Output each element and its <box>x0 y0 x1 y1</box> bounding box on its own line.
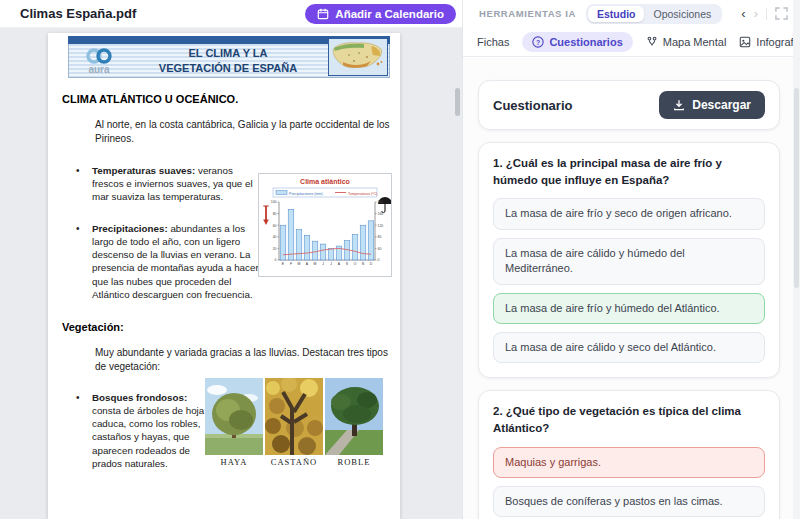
app-window: Climas España.pdf Añadir a Calendario <box>0 0 800 519</box>
svg-text:100: 100 <box>271 200 277 204</box>
pdf-vegetation-intro: Muy abundante y variada gracias a las ll… <box>95 346 397 374</box>
question-card: 1. ¿Cuál es la principal masa de aire fr… <box>478 142 780 378</box>
bullet-text: abundantes a los largo de todo el año, c… <box>92 223 259 300</box>
question-title: 2. ¿Qué tipo de vegetación es típica del… <box>493 403 765 436</box>
svg-text:M: M <box>314 262 317 266</box>
answer-option-default[interactable]: Bosques de coníferas y pastos en las cim… <box>493 486 765 517</box>
pdf-bullet-temperaturas: • Temperaturas suaves: veranos frescos e… <box>92 164 260 203</box>
panel-scrollbar-thumb[interactable] <box>794 88 799 288</box>
answer-option-default[interactable]: La masa de aire cálido y húmedo del Medi… <box>493 238 765 285</box>
svg-text:O: O <box>354 262 357 266</box>
tools-header-row: HERRAMIENTAS IA Estudio Oposiciones ‹ › <box>463 0 800 27</box>
tab-infografia[interactable]: Infografía <box>739 36 800 48</box>
svg-text:D: D <box>370 262 373 266</box>
haya-caption: HAYA <box>205 457 263 467</box>
calendar-icon <box>317 8 329 20</box>
banner-title: EL CLIMA Y LA VEGETACIÓN DE ESPAÑA <box>133 46 323 75</box>
svg-text:40: 40 <box>273 235 277 239</box>
question-title: 1. ¿Cuál es la principal masa de aire fr… <box>493 155 765 188</box>
pdf-scrollbar-thumb[interactable] <box>455 88 460 116</box>
banner-title-line1: EL CLIMA Y LA <box>133 46 323 60</box>
pdf-viewer-pane: Climas España.pdf Añadir a Calendario <box>0 0 462 519</box>
legend-temperaturas: Temperaturas (ºC) <box>348 192 377 196</box>
legend-precipitaciones: Precipitaciones (mm) <box>289 192 323 196</box>
svg-text:80: 80 <box>378 235 382 239</box>
bullet-label: Temperaturas suaves: <box>92 165 195 176</box>
climograph-chart: Clima atlánticoPrecipitaciones (mm)Tempe… <box>258 173 392 277</box>
pdf-section-heading: CLIMA ATLÁNTICO U OCEÁNICO. <box>62 93 238 105</box>
fullscreen-icon[interactable] <box>775 7 788 20</box>
svg-text:20: 20 <box>273 247 277 251</box>
download-button[interactable]: Descargar <box>659 91 765 119</box>
precipitation-bar <box>320 244 326 260</box>
answer-option-default[interactable]: La masa de aire frío y seco de origen af… <box>493 198 765 229</box>
aura-logo: aura <box>69 46 133 76</box>
tab-cuestionarios[interactable]: ? Cuestionarios <box>522 32 632 52</box>
download-label: Descargar <box>692 98 751 112</box>
svg-text:80: 80 <box>273 212 277 216</box>
image-icon <box>739 36 751 48</box>
climograph-svg: Clima atlánticoPrecipitaciones (mm)Tempe… <box>259 174 391 276</box>
svg-text:E: E <box>282 262 285 266</box>
bullet-label: Bosques frondosos: <box>92 392 187 403</box>
forward-icon[interactable]: › <box>754 7 758 20</box>
tree-photos <box>205 378 383 457</box>
answer-option-correct[interactable]: La masa de aire frío y húmedo del Atlánt… <box>493 293 765 324</box>
pdf-bullet-precipitaciones: • Precipitaciones: abundantes a los larg… <box>92 222 260 301</box>
add-to-calendar-label: Añadir a Calendario <box>335 8 444 20</box>
haya-photo <box>205 378 263 457</box>
download-icon <box>673 99 685 111</box>
svg-text:0: 0 <box>275 258 277 262</box>
spain-map-image <box>328 38 388 76</box>
ai-tools-pane: HERRAMIENTAS IA Estudio Oposiciones ‹ › … <box>462 0 800 519</box>
mode-estudio[interactable]: Estudio <box>588 6 645 22</box>
tab-label: Mapa Mental <box>663 36 727 48</box>
svg-text:F: F <box>290 262 292 266</box>
svg-text:S: S <box>346 262 349 266</box>
add-to-calendar-button[interactable]: Añadir a Calendario <box>305 4 456 24</box>
svg-text:A: A <box>306 262 309 266</box>
svg-text:J: J <box>322 262 324 266</box>
answer-option-incorrect[interactable]: Maquias y garrigas. <box>493 447 765 478</box>
svg-text:0: 0 <box>378 258 380 262</box>
mode-toggle: Estudio Oposiciones <box>586 4 722 24</box>
svg-text:M: M <box>298 262 301 266</box>
bullet-label: Precipitaciones: <box>92 223 168 234</box>
bullet-text: consta de árboles de hoja caduca, como l… <box>92 405 204 469</box>
document-title: Climas España.pdf <box>20 6 136 21</box>
mode-oposiciones[interactable]: Oposiciones <box>644 6 720 22</box>
bullet-dot: • <box>76 164 80 177</box>
banner-title-line2: VEGETACIÓN DE ESPAÑA <box>133 61 323 75</box>
pdf-bullet-bosques: • Bosques frondosos: consta de árboles d… <box>92 391 206 470</box>
thermometer-icon <box>263 206 269 225</box>
precipitation-bar <box>360 225 366 260</box>
pdf-topbar: Climas España.pdf Añadir a Calendario <box>0 0 462 28</box>
bullet-dot: • <box>76 391 80 404</box>
tab-mapa-mental[interactable]: Mapa Mental <box>646 36 727 48</box>
back-icon[interactable]: ‹ <box>741 7 745 20</box>
roble-photo <box>325 378 383 457</box>
svg-text:J: J <box>330 262 332 266</box>
precipitation-bar <box>312 241 318 260</box>
pdf-banner: aura EL CLIMA Y LA VEGETACIÓN DE ESPAÑA <box>68 36 390 78</box>
svg-text:120: 120 <box>378 224 384 228</box>
tree-captions: HAYA CASTAÑO ROBLE <box>205 457 385 467</box>
precipitation-bar <box>352 234 358 260</box>
pdf-canvas[interactable]: aura EL CLIMA Y LA VEGETACIÓN DE ESPAÑA <box>0 28 462 519</box>
roble-caption: ROBLE <box>325 457 383 467</box>
chart-plot: 02040608010004080120160200EFMAMJJASOND <box>271 200 383 266</box>
mindmap-icon <box>646 36 658 48</box>
answer-option-default[interactable]: La masa de aire cálido y seco del Atlánt… <box>493 332 765 363</box>
pdf-intro-paragraph: Al norte, en la costa cantábrica, Galici… <box>95 118 397 146</box>
chart-title: Clima atlántico <box>300 178 350 185</box>
precipitation-bar <box>296 230 302 260</box>
pdf-page: aura EL CLIMA Y LA VEGETACIÓN DE ESPAÑA <box>48 33 400 519</box>
svg-text:60: 60 <box>273 224 277 228</box>
tab-fichas[interactable]: Fichas <box>477 36 509 48</box>
tab-label: Cuestionarios <box>549 36 622 48</box>
svg-text:?: ? <box>536 38 540 45</box>
aura-logo-text: aura <box>88 64 110 75</box>
panel-scrollbar-track[interactable] <box>793 0 800 519</box>
quiz-content-area: Cuestionario Descargar 1. ¿Cuál es la pr… <box>463 58 800 519</box>
divider <box>766 8 767 20</box>
